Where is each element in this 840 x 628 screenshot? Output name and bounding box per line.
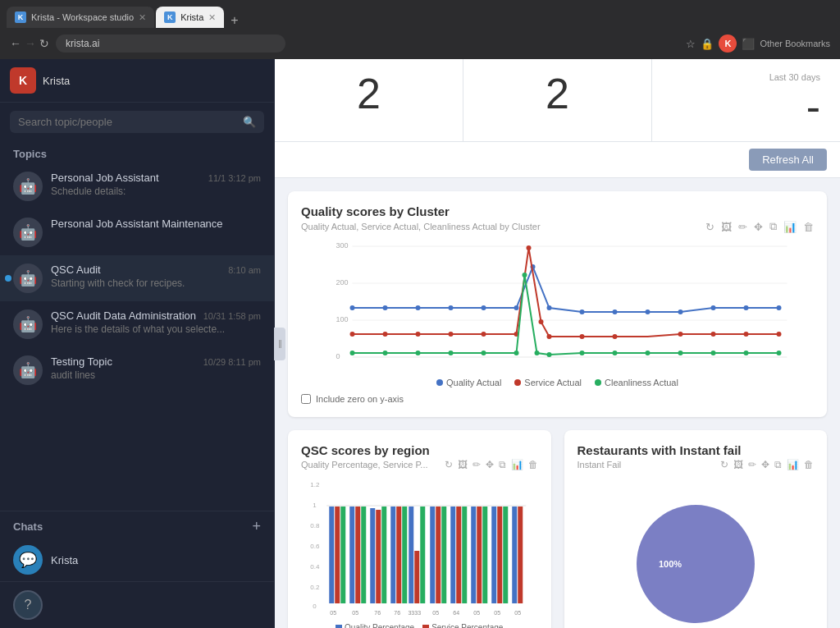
bookmark-icon[interactable]: ☆ bbox=[686, 38, 696, 50]
chart-bar-button[interactable]: 📊 bbox=[511, 459, 523, 470]
svg-point-24 bbox=[383, 332, 388, 337]
chart-refresh-button[interactable]: ↻ bbox=[445, 459, 453, 470]
svg-rect-98 bbox=[512, 507, 517, 603]
chart-move-button[interactable]: ✥ bbox=[761, 459, 769, 470]
chart-edit-button[interactable]: ✏ bbox=[748, 459, 756, 470]
svg-point-34 bbox=[678, 332, 683, 337]
back-button[interactable]: ← bbox=[10, 37, 21, 50]
chart-move-button[interactable]: ✥ bbox=[754, 220, 763, 233]
svg-point-36 bbox=[744, 332, 749, 337]
legend-item-quality: Quality Actual bbox=[436, 378, 501, 387]
svg-text:0: 0 bbox=[313, 603, 317, 610]
svg-rect-96 bbox=[503, 507, 508, 603]
legend-item-service: Service Actual bbox=[514, 378, 582, 387]
topic-item-active[interactable]: 🤖 QSC Audit 8:10 am Starting with check … bbox=[0, 255, 274, 301]
main-content: 2 2 Last 30 days - Refresh All Quality s… bbox=[275, 59, 840, 628]
svg-rect-83 bbox=[436, 507, 441, 603]
search-icon: 🔍 bbox=[243, 116, 256, 128]
chat-name: Krista bbox=[51, 554, 78, 566]
chart-delete-button[interactable]: 🗑 bbox=[803, 220, 814, 233]
svg-point-17 bbox=[613, 309, 618, 314]
reload-button[interactable]: ↻ bbox=[39, 37, 49, 50]
svg-rect-66 bbox=[349, 507, 354, 603]
tab-close-icon[interactable]: ✕ bbox=[208, 12, 216, 23]
chart-edit-button[interactable]: ✏ bbox=[738, 220, 747, 233]
search-input[interactable] bbox=[18, 116, 238, 128]
charts-area: Quality scores by Cluster Quality Actual… bbox=[275, 178, 840, 628]
svg-rect-71 bbox=[376, 510, 381, 603]
svg-text:200: 200 bbox=[336, 278, 349, 286]
new-tab-button[interactable]: + bbox=[226, 13, 243, 28]
topic-item[interactable]: 🤖 Personal Job Assistant 11/1 3:12 pm Sc… bbox=[0, 163, 274, 209]
svg-point-42 bbox=[482, 351, 486, 355]
chart-delete-button[interactable]: 🗑 bbox=[804, 459, 814, 470]
tab-krista[interactable]: K Krista ✕ bbox=[156, 7, 224, 28]
svg-text:100%: 100% bbox=[659, 559, 682, 569]
svg-text:1.2: 1.2 bbox=[310, 481, 320, 488]
svg-point-32 bbox=[580, 334, 585, 339]
topic-subtitle: Here is the details of what you selecte.… bbox=[51, 323, 261, 335]
sidebar-collapse-handle[interactable]: ‖ bbox=[274, 328, 285, 360]
svg-rect-88 bbox=[462, 507, 467, 603]
svg-point-40 bbox=[416, 351, 421, 355]
stat-card-3: Last 30 days - bbox=[652, 59, 840, 141]
topic-item[interactable]: 🤖 QSC Audit Data Administration 10/31 1:… bbox=[0, 301, 274, 347]
forward-button[interactable]: → bbox=[25, 37, 36, 50]
svg-point-44 bbox=[523, 273, 527, 277]
tab-close-icon[interactable]: ✕ bbox=[139, 12, 146, 23]
topic-item[interactable]: 🤖 Personal Job Assistant Maintenance bbox=[0, 209, 274, 255]
bottom-charts-row: QSC scores by region Quality Percentage,… bbox=[288, 430, 827, 628]
svg-rect-70 bbox=[370, 508, 375, 603]
svg-text:0.4: 0.4 bbox=[310, 563, 320, 571]
chat-item[interactable]: 💬 Krista bbox=[0, 539, 274, 581]
svg-point-16 bbox=[580, 309, 585, 314]
chart-bar-button[interactable]: 📊 bbox=[787, 459, 799, 470]
topic-item[interactable]: 🤖 Testing Topic 10/29 8:11 pm audit line… bbox=[0, 347, 274, 393]
chart-copy-button[interactable]: ⧉ bbox=[499, 459, 506, 470]
chats-header: Chats + bbox=[0, 511, 274, 539]
svg-rect-91 bbox=[477, 507, 482, 603]
chart-move-button[interactable]: ✥ bbox=[486, 459, 494, 470]
refresh-all-button[interactable]: Refresh All bbox=[749, 149, 827, 171]
svg-point-38 bbox=[350, 351, 355, 355]
topic-content: QSC Audit Data Administration 10/31 1:58… bbox=[51, 309, 261, 335]
chart-delete-button[interactable]: 🗑 bbox=[528, 459, 538, 470]
topic-title: QSC Audit Data Administration bbox=[51, 309, 196, 322]
add-chat-button[interactable]: + bbox=[252, 518, 261, 535]
qsc-region-svg: 1.2 1 0.8 0.6 0.4 0.2 0 0 bbox=[301, 477, 538, 617]
browser-tab-bar: K Krista - Workspace studio ✕ K Krista ✕… bbox=[0, 0, 840, 28]
svg-rect-63 bbox=[335, 507, 340, 603]
quality-cluster-chart-card: Quality scores by Cluster Quality Actual… bbox=[288, 191, 827, 417]
chart-copy-button[interactable]: ⧉ bbox=[769, 220, 777, 233]
svg-point-47 bbox=[580, 351, 585, 355]
svg-rect-78 bbox=[409, 507, 413, 603]
svg-point-45 bbox=[535, 351, 540, 355]
svg-point-10 bbox=[416, 305, 421, 310]
legend-item-cleanliness: Cleanliness Actual bbox=[595, 378, 678, 387]
svg-point-43 bbox=[514, 351, 519, 355]
svg-point-18 bbox=[646, 309, 651, 314]
footer-avatar[interactable]: ? bbox=[13, 590, 43, 620]
chart-bar-button[interactable]: 📊 bbox=[783, 220, 797, 233]
chart-image-button[interactable]: 🖼 bbox=[458, 459, 468, 470]
svg-point-101 bbox=[637, 505, 755, 623]
svg-point-30 bbox=[539, 319, 544, 324]
chart-refresh-button[interactable]: ↻ bbox=[705, 220, 714, 233]
address-bar[interactable]: krista.ai bbox=[56, 34, 285, 53]
profile-icon[interactable]: K bbox=[719, 34, 737, 53]
chart-image-button[interactable]: 🖼 bbox=[721, 220, 732, 233]
tab-workspace-studio[interactable]: K Krista - Workspace studio ✕ bbox=[7, 7, 154, 28]
topic-avatar: 🤖 bbox=[13, 355, 43, 385]
svg-point-48 bbox=[613, 351, 618, 355]
chart-edit-button[interactable]: ✏ bbox=[472, 459, 481, 470]
svg-point-27 bbox=[482, 332, 486, 337]
svg-point-41 bbox=[449, 351, 454, 355]
include-zero-checkbox[interactable] bbox=[301, 394, 311, 404]
svg-rect-84 bbox=[441, 507, 446, 603]
extensions-icon[interactable]: ⬛ bbox=[742, 38, 755, 50]
browser-chrome: K Krista - Workspace studio ✕ K Krista ✕… bbox=[0, 0, 840, 59]
chart-refresh-button[interactable]: ↻ bbox=[720, 459, 728, 470]
chart-image-button[interactable]: 🖼 bbox=[733, 459, 743, 470]
chart-copy-button[interactable]: ⧉ bbox=[774, 459, 782, 470]
topic-time: 11/1 3:12 pm bbox=[208, 173, 261, 183]
